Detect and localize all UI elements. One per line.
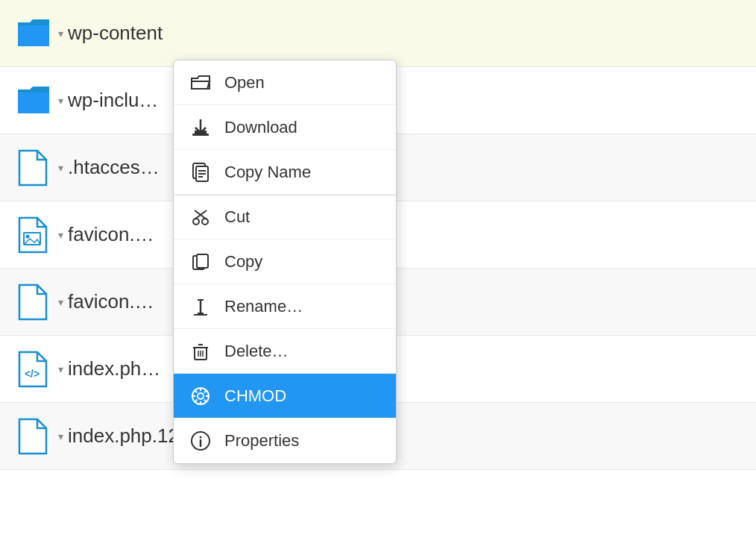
menu-item-properties-label: Properties <box>224 431 299 451</box>
svg-line-34 <box>195 399 198 401</box>
menu-item-copy-name-label: Copy Name <box>224 163 311 182</box>
svg-line-35 <box>204 399 207 401</box>
expand-arrow: ▾ <box>58 363 63 375</box>
scissors-icon <box>189 205 212 229</box>
file-row-name: wp-content <box>68 22 163 45</box>
file-row-name: favicon.… <box>68 290 154 313</box>
menu-item-copy-label: Copy <box>224 252 262 272</box>
download-icon <box>189 116 212 139</box>
folder-icon <box>15 15 52 52</box>
copy-name-icon <box>189 160 212 184</box>
menu-item-rename-label: Rename… <box>224 297 303 316</box>
file-row-name: wp-inclu… <box>68 89 158 112</box>
file-row-name: index.ph… <box>68 357 160 380</box>
expand-arrow: ▾ <box>58 95 63 107</box>
svg-point-1 <box>26 234 30 238</box>
svg-point-37 <box>200 436 202 439</box>
menu-item-copy[interactable]: Copy <box>174 239 396 284</box>
menu-item-open[interactable]: Open <box>174 60 396 105</box>
expand-arrow: ▾ <box>58 430 63 442</box>
menu-item-chmod[interactable]: CHMOD <box>174 374 396 418</box>
trash-icon <box>189 339 212 363</box>
file-code-icon: </> <box>15 351 52 388</box>
menu-item-properties[interactable]: Properties <box>174 418 396 463</box>
info-icon <box>189 429 212 453</box>
menu-item-chmod-label: CHMOD <box>224 386 286 406</box>
menu-item-rename[interactable]: Rename… <box>174 284 396 329</box>
svg-point-10 <box>193 219 199 225</box>
menu-item-download-label: Download <box>224 118 297 137</box>
svg-line-32 <box>195 390 198 392</box>
expand-arrow: ▾ <box>58 296 63 308</box>
svg-point-27 <box>198 393 204 399</box>
menu-item-delete[interactable]: Delete… <box>174 329 396 374</box>
context-menu: Open Download Copy Name <box>173 60 397 464</box>
file-row-name: .htacces… <box>68 156 160 179</box>
expand-arrow: ▾ <box>58 229 63 241</box>
expand-arrow: ▾ <box>58 162 63 174</box>
file-blank-icon <box>15 418 52 455</box>
svg-text:</>: </> <box>25 368 40 380</box>
menu-item-download[interactable]: Download <box>174 105 396 150</box>
svg-rect-15 <box>197 254 208 268</box>
menu-item-open-label: Open <box>224 73 265 92</box>
expand-arrow: ▾ <box>58 28 63 40</box>
rename-icon <box>189 295 212 319</box>
menu-item-delete-label: Delete… <box>224 342 289 361</box>
file-row[interactable]: ▾ wp-content <box>0 0 756 67</box>
file-blank-icon <box>15 283 52 321</box>
menu-item-copy-name[interactable]: Copy Name <box>174 150 396 195</box>
copy-icon <box>189 250 212 274</box>
file-image-icon <box>15 216 52 254</box>
folder-icon <box>15 82 52 119</box>
menu-item-cut-label: Cut <box>224 207 250 227</box>
menu-item-cut[interactable]: Cut <box>174 195 396 239</box>
file-blank-icon <box>15 149 52 186</box>
svg-line-33 <box>204 390 207 392</box>
chmod-icon <box>189 384 212 408</box>
svg-point-11 <box>202 219 208 225</box>
folder-open-icon <box>189 71 212 95</box>
file-row-name: favicon.… <box>68 223 154 246</box>
